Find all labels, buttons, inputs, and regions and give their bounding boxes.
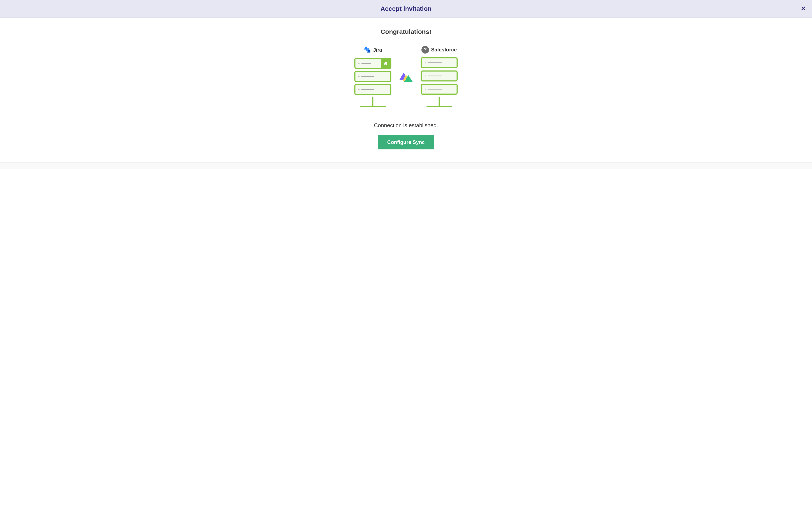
- right-system-column: ? Salesforce: [421, 46, 457, 107]
- sync-connector-icon: [398, 71, 414, 85]
- left-system-label: Jira: [373, 47, 382, 53]
- server-box: [355, 58, 391, 69]
- left-server-stack: [355, 58, 391, 107]
- congrats-title: Congratulations!: [8, 28, 804, 35]
- modal-body: Congratulations! Jira: [0, 18, 812, 162]
- footer-space: [0, 162, 812, 169]
- connection-illustration: Jira: [8, 46, 804, 107]
- question-icon: ?: [421, 46, 429, 54]
- server-box: [421, 57, 457, 68]
- configure-sync-button[interactable]: Configure Sync: [378, 135, 434, 150]
- modal-title: Accept invitation: [381, 5, 431, 12]
- modal-header: Accept invitation ✕: [0, 0, 812, 18]
- right-system-label-row: ? Salesforce: [421, 46, 457, 54]
- close-button[interactable]: ✕: [801, 6, 806, 11]
- left-system-column: Jira: [355, 46, 391, 107]
- left-system-label-row: Jira: [364, 46, 382, 54]
- right-system-label: Salesforce: [431, 47, 457, 53]
- right-server-stack: [421, 57, 457, 107]
- status-text: Connection is established.: [8, 122, 804, 129]
- close-icon: ✕: [801, 5, 806, 12]
- home-icon: [381, 58, 391, 68]
- server-box: [355, 71, 391, 82]
- server-box: [355, 84, 391, 95]
- jira-icon: [364, 46, 371, 54]
- bottom-space: [0, 169, 812, 181]
- server-box: [421, 71, 457, 81]
- server-box: [421, 84, 457, 95]
